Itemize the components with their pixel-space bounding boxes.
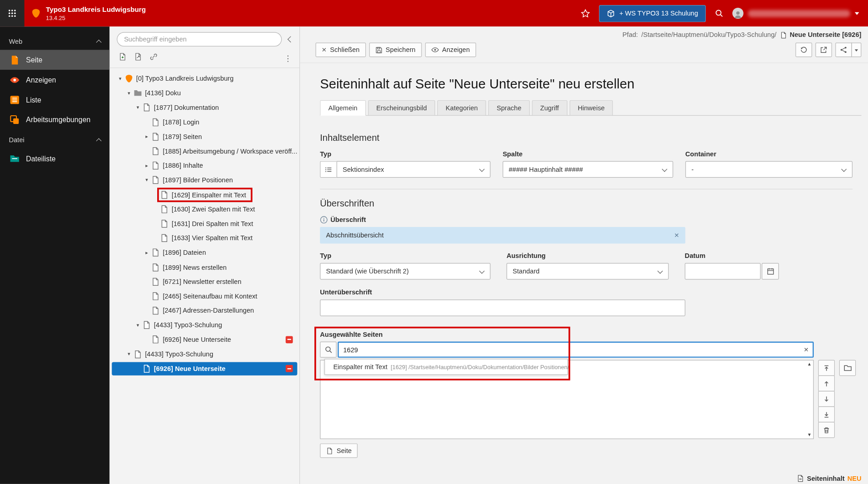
sidebar-item-arbeitsumgebungen[interactable]: Arbeitsumgebungen bbox=[0, 110, 110, 130]
tree-node[interactable]: [4433] Typo3-Schulung bbox=[110, 347, 300, 361]
tree-node[interactable]: [1630] Zwei Spalten mit Text bbox=[110, 202, 300, 216]
close-button[interactable]: ✕ Schließen bbox=[316, 43, 366, 57]
search-suggestion-item[interactable]: Einspalter mit Text [1629] /Startseite/H… bbox=[324, 359, 568, 375]
record-search-button[interactable] bbox=[320, 342, 336, 358]
tree-node[interactable]: [4433] Typo3-Schulung bbox=[110, 318, 300, 333]
tree-node-content[interactable]: [6926] Neue Unterseite bbox=[150, 335, 235, 345]
tab[interactable]: Zugriff bbox=[532, 100, 567, 116]
tree-node-content[interactable]: [1897] Bilder Positionen bbox=[150, 175, 236, 185]
tree-node[interactable]: [1877] Dokumentation bbox=[110, 100, 300, 115]
tree-node[interactable]: [6926] Neue Unterseite bbox=[110, 361, 300, 376]
history-button[interactable] bbox=[796, 43, 812, 57]
tree-node[interactable]: [1631] Drei Spalten mit Text bbox=[110, 216, 300, 231]
move-down-button[interactable] bbox=[818, 391, 835, 407]
tree-toggle-icon[interactable] bbox=[143, 250, 150, 255]
tree-node[interactable]: [2467] Adressen-Darstellungen bbox=[110, 304, 300, 318]
tree-node[interactable]: [1896] Dateien bbox=[110, 246, 300, 260]
browse-folder-button[interactable] bbox=[839, 360, 856, 376]
tree-toggle-icon[interactable] bbox=[125, 91, 133, 96]
tree-toggle-icon[interactable] bbox=[134, 105, 142, 110]
tree-more-menu-icon[interactable]: ⋮ bbox=[284, 54, 292, 62]
tree-node-content[interactable]: [1885] Arbeitsumgebung / Workspace veröf… bbox=[150, 146, 299, 156]
app-grid-button[interactable] bbox=[0, 0, 24, 26]
tree-node-content[interactable]: [1630] Zwei Spalten mit Text bbox=[159, 204, 259, 214]
search-icon[interactable] bbox=[714, 9, 723, 17]
spalte-select[interactable]: ##### Hauptinhalt ##### bbox=[503, 161, 673, 178]
bookmark-star-icon[interactable] bbox=[580, 9, 590, 18]
module-group-web[interactable]: Web bbox=[0, 33, 110, 50]
sidebar-item-seite[interactable]: Seite bbox=[0, 50, 110, 70]
move-to-bottom-button[interactable] bbox=[818, 407, 835, 422]
tree-node-content[interactable]: [4433] Typo3-Schulung bbox=[133, 349, 217, 359]
tree-node-content[interactable]: [1899] News erstellen bbox=[150, 262, 230, 272]
clear-search-icon[interactable]: ✕ bbox=[804, 346, 809, 353]
tree-node-content[interactable]: [1633] Vier Spalten mit Text bbox=[159, 233, 257, 243]
tree-node[interactable]: [1899] News erstellen bbox=[110, 260, 300, 274]
browse-page-button[interactable]: Seite bbox=[320, 443, 358, 458]
tree-node-content[interactable]: [1896] Dateien bbox=[150, 247, 210, 257]
sidebar-item-anzeigen[interactable]: Anzeigen bbox=[0, 70, 110, 90]
tree-node-content[interactable]: [2467] Adressen-Darstellungen bbox=[150, 306, 257, 316]
clear-ueberschrift-icon[interactable]: ✕ bbox=[674, 232, 679, 239]
share-button[interactable] bbox=[835, 43, 852, 57]
ueberschrift-typ-select[interactable]: Standard (wie Überschrift 2) bbox=[320, 263, 490, 279]
user-menu[interactable] bbox=[732, 8, 859, 19]
tree-node-content[interactable]: [1879] Seiten bbox=[150, 132, 205, 142]
workspace-button[interactable]: + WS TYPO3 13 Schulung bbox=[599, 5, 706, 22]
unterueberschrift-input[interactable] bbox=[320, 299, 685, 316]
tree-search-input[interactable] bbox=[117, 32, 282, 46]
tree-node-content[interactable]: [6721] Newsletter erstellen bbox=[150, 277, 245, 287]
tree-node[interactable]: [4136] Doku bbox=[110, 86, 300, 101]
sidebar-item-liste[interactable]: Liste bbox=[0, 90, 110, 110]
tree-node-content[interactable]: [1629] Einspalter mit Text bbox=[159, 190, 250, 200]
datum-input[interactable] bbox=[685, 263, 760, 279]
tab[interactable]: Kategorien bbox=[437, 100, 486, 116]
tree-node[interactable]: [1879] Seiten bbox=[110, 129, 300, 144]
tree-node[interactable]: [6721] Newsletter erstellen bbox=[110, 274, 300, 289]
new-shortcut-icon[interactable] bbox=[134, 52, 142, 63]
link-icon[interactable] bbox=[149, 52, 158, 63]
tree-node[interactable]: [0] Typo3 Landkreis Ludwigsburg bbox=[110, 72, 300, 86]
tab[interactable]: Erscheinungsbild bbox=[368, 100, 435, 116]
container-select[interactable]: - bbox=[685, 161, 853, 178]
tree-node-content[interactable]: [0] Typo3 Landkreis Ludwigsburg bbox=[124, 74, 237, 84]
tab[interactable]: Allgemein bbox=[320, 100, 365, 116]
move-up-button[interactable] bbox=[818, 376, 835, 391]
tree-node[interactable]: [1886] Inhalte bbox=[110, 159, 300, 173]
typ-select[interactable]: Sektionsindex bbox=[337, 161, 491, 178]
tree-toggle-icon[interactable] bbox=[143, 134, 150, 139]
tree-node[interactable]: [1633] Vier Spalten mit Text bbox=[110, 231, 300, 246]
save-button[interactable]: Speichern bbox=[369, 43, 421, 57]
ausrichtung-select[interactable]: Standard bbox=[507, 263, 669, 279]
collapse-pagetree-icon[interactable] bbox=[288, 36, 294, 42]
tree-node[interactable]: [1878] Login bbox=[110, 115, 300, 129]
tree-node-content[interactable]: [6926] Neue Unterseite bbox=[142, 364, 229, 374]
move-to-top-button[interactable] bbox=[818, 360, 835, 376]
tree-node-content[interactable]: [1631] Drei Spalten mit Text bbox=[159, 219, 257, 229]
tree-toggle-icon[interactable] bbox=[134, 323, 142, 328]
page-search-input[interactable] bbox=[338, 342, 814, 358]
tree-node-content[interactable]: [1878] Login bbox=[150, 117, 203, 127]
tree-toggle-icon[interactable] bbox=[116, 76, 124, 81]
view-button[interactable]: Anzeigen bbox=[425, 43, 476, 57]
ueberschrift-input[interactable]: Abschnittsübersicht ✕ bbox=[320, 227, 685, 243]
tree-node[interactable]: [6926] Neue Unterseite bbox=[110, 332, 300, 347]
tree-node-content[interactable]: [4136] Doku bbox=[133, 88, 185, 98]
tree-node[interactable]: [1885] Arbeitsumgebung / Workspace veröf… bbox=[110, 144, 300, 159]
delete-button[interactable] bbox=[818, 422, 835, 438]
tree-toggle-icon[interactable] bbox=[143, 178, 150, 183]
date-picker-button[interactable] bbox=[762, 263, 779, 279]
new-page-icon[interactable] bbox=[118, 52, 127, 63]
tree-node-content[interactable]: [1877] Dokumentation bbox=[142, 103, 223, 113]
tree-node[interactable]: [2465] Seitenaufbau mit Kontext bbox=[110, 289, 300, 304]
sidebar-item-dateiliste[interactable]: Dateiliste bbox=[0, 149, 110, 169]
share-dropdown-button[interactable] bbox=[852, 43, 862, 57]
module-group-datei[interactable]: Datei bbox=[0, 132, 110, 148]
open-new-window-button[interactable] bbox=[816, 43, 832, 57]
tab[interactable]: Sprache bbox=[488, 100, 530, 116]
tree-node-content[interactable]: [2465] Seitenaufbau mit Kontext bbox=[150, 291, 261, 301]
scroll-up-icon[interactable]: ▲ bbox=[807, 361, 812, 366]
tree-node[interactable]: [1897] Bilder Positionen bbox=[110, 173, 300, 187]
tree-node-content[interactable]: [4433] Typo3-Schulung bbox=[142, 320, 226, 330]
tab[interactable]: Hinweise bbox=[570, 100, 613, 116]
